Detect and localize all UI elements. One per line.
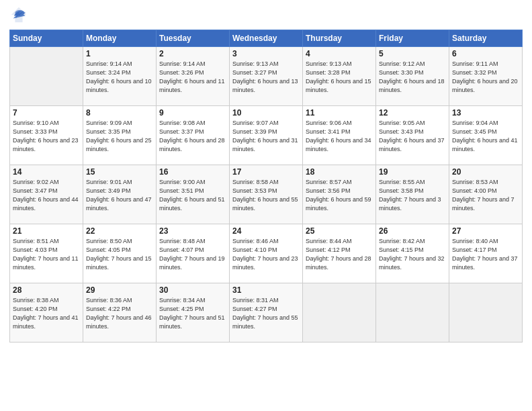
calendar-cell: 28Sunrise: 8:38 AMSunset: 4:20 PMDayligh… (10, 283, 83, 342)
day-number: 18 (306, 167, 373, 177)
weekday-header-monday: Monday (83, 30, 157, 47)
day-number: 7 (13, 108, 80, 118)
calendar-cell: 24Sunrise: 8:46 AMSunset: 4:10 PMDayligh… (230, 224, 303, 283)
day-info: Sunrise: 8:57 AMSunset: 3:56 PMDaylight:… (306, 178, 373, 213)
day-number: 8 (86, 108, 153, 118)
day-number: 3 (232, 49, 300, 58)
day-number: 6 (452, 49, 519, 58)
day-info: Sunrise: 9:14 AMSunset: 3:26 PMDaylight:… (159, 60, 226, 95)
day-info: Sunrise: 9:10 AMSunset: 3:33 PMDaylight:… (13, 119, 80, 154)
day-info: Sunrise: 9:07 AMSunset: 3:39 PMDaylight:… (232, 119, 300, 154)
header (9, 7, 523, 26)
day-info: Sunrise: 8:58 AMSunset: 3:53 PMDaylight:… (232, 178, 300, 213)
day-info: Sunrise: 9:09 AMSunset: 3:35 PMDaylight:… (86, 119, 153, 154)
calendar-cell (10, 47, 83, 106)
calendar-cell (376, 283, 449, 342)
day-info: Sunrise: 8:46 AMSunset: 4:10 PMDaylight:… (232, 237, 300, 272)
day-info: Sunrise: 9:12 AMSunset: 3:30 PMDaylight:… (379, 60, 446, 95)
day-info: Sunrise: 8:44 AMSunset: 4:12 PMDaylight:… (306, 237, 373, 272)
week-row-1: 1Sunrise: 9:14 AMSunset: 3:24 PMDaylight… (10, 47, 523, 106)
week-row-5: 28Sunrise: 8:38 AMSunset: 4:20 PMDayligh… (10, 283, 523, 342)
calendar-cell: 17Sunrise: 8:58 AMSunset: 3:53 PMDayligh… (230, 165, 303, 224)
calendar-cell: 6Sunrise: 9:11 AMSunset: 3:32 PMDaylight… (449, 47, 523, 106)
calendar-cell: 8Sunrise: 9:09 AMSunset: 3:35 PMDaylight… (83, 106, 157, 165)
weekday-header-sunday: Sunday (10, 30, 83, 47)
day-info: Sunrise: 9:13 AMSunset: 3:27 PMDaylight:… (232, 60, 300, 95)
day-number: 26 (379, 226, 446, 236)
calendar-cell: 7Sunrise: 9:10 AMSunset: 3:33 PMDaylight… (10, 106, 83, 165)
day-number: 28 (13, 285, 80, 295)
day-info: Sunrise: 9:00 AMSunset: 3:51 PMDaylight:… (159, 178, 226, 213)
calendar-cell: 18Sunrise: 8:57 AMSunset: 3:56 PMDayligh… (303, 165, 376, 224)
calendar-cell: 16Sunrise: 9:00 AMSunset: 3:51 PMDayligh… (157, 165, 230, 224)
day-number: 9 (159, 108, 226, 118)
calendar-cell: 12Sunrise: 9:05 AMSunset: 3:43 PMDayligh… (376, 106, 449, 165)
day-info: Sunrise: 8:55 AMSunset: 3:58 PMDaylight:… (379, 178, 446, 213)
calendar-cell: 25Sunrise: 8:44 AMSunset: 4:12 PMDayligh… (303, 224, 376, 283)
calendar-cell: 9Sunrise: 9:08 AMSunset: 3:37 PMDaylight… (157, 106, 230, 165)
day-number: 17 (232, 167, 300, 177)
day-info: Sunrise: 9:02 AMSunset: 3:47 PMDaylight:… (13, 178, 80, 213)
logo (9, 7, 31, 26)
weekday-header-thursday: Thursday (303, 30, 376, 47)
day-number: 11 (306, 108, 373, 118)
day-info: Sunrise: 9:13 AMSunset: 3:28 PMDaylight:… (306, 60, 373, 95)
week-row-2: 7Sunrise: 9:10 AMSunset: 3:33 PMDaylight… (10, 106, 523, 165)
weekday-header-friday: Friday (376, 30, 449, 47)
day-info: Sunrise: 9:01 AMSunset: 3:49 PMDaylight:… (86, 178, 153, 213)
calendar-cell (449, 283, 523, 342)
day-info: Sunrise: 9:04 AMSunset: 3:45 PMDaylight:… (452, 119, 519, 154)
calendar-cell: 19Sunrise: 8:55 AMSunset: 3:58 PMDayligh… (376, 165, 449, 224)
day-info: Sunrise: 9:14 AMSunset: 3:24 PMDaylight:… (86, 60, 153, 95)
calendar-cell: 4Sunrise: 9:13 AMSunset: 3:28 PMDaylight… (303, 47, 376, 106)
day-number: 4 (306, 49, 373, 58)
day-info: Sunrise: 8:50 AMSunset: 4:05 PMDaylight:… (86, 237, 153, 272)
calendar-table: SundayMondayTuesdayWednesdayThursdayFrid… (9, 30, 523, 342)
day-number: 25 (306, 226, 373, 236)
calendar-cell: 26Sunrise: 8:42 AMSunset: 4:15 PMDayligh… (376, 224, 449, 283)
day-number: 20 (452, 167, 519, 177)
day-info: Sunrise: 9:08 AMSunset: 3:37 PMDaylight:… (159, 119, 226, 154)
calendar-cell: 15Sunrise: 9:01 AMSunset: 3:49 PMDayligh… (83, 165, 157, 224)
day-number: 31 (232, 285, 300, 295)
week-row-4: 21Sunrise: 8:51 AMSunset: 4:03 PMDayligh… (10, 224, 523, 283)
day-number: 16 (159, 167, 226, 177)
calendar-cell: 21Sunrise: 8:51 AMSunset: 4:03 PMDayligh… (10, 224, 83, 283)
day-number: 5 (379, 49, 446, 58)
calendar-cell (303, 283, 376, 342)
day-info: Sunrise: 8:31 AMSunset: 4:27 PMDaylight:… (232, 296, 300, 331)
day-number: 15 (86, 167, 153, 177)
day-info: Sunrise: 8:38 AMSunset: 4:20 PMDaylight:… (13, 296, 80, 331)
calendar-cell: 20Sunrise: 8:53 AMSunset: 4:00 PMDayligh… (449, 165, 523, 224)
calendar-cell: 22Sunrise: 8:50 AMSunset: 4:05 PMDayligh… (83, 224, 157, 283)
day-info: Sunrise: 8:36 AMSunset: 4:22 PMDaylight:… (86, 296, 153, 331)
day-info: Sunrise: 9:11 AMSunset: 3:32 PMDaylight:… (452, 60, 519, 95)
calendar-cell: 31Sunrise: 8:31 AMSunset: 4:27 PMDayligh… (230, 283, 303, 342)
day-number: 30 (159, 285, 226, 295)
day-number: 14 (13, 167, 80, 177)
calendar-cell: 23Sunrise: 8:48 AMSunset: 4:07 PMDayligh… (157, 224, 230, 283)
day-number: 21 (13, 226, 80, 236)
calendar-cell: 14Sunrise: 9:02 AMSunset: 3:47 PMDayligh… (10, 165, 83, 224)
day-info: Sunrise: 8:42 AMSunset: 4:15 PMDaylight:… (379, 237, 446, 272)
page: SundayMondayTuesdayWednesdayThursdayFrid… (0, 0, 532, 411)
calendar-cell: 29Sunrise: 8:36 AMSunset: 4:22 PMDayligh… (83, 283, 157, 342)
calendar-cell: 27Sunrise: 8:40 AMSunset: 4:17 PMDayligh… (449, 224, 523, 283)
weekday-header-row: SundayMondayTuesdayWednesdayThursdayFrid… (10, 30, 523, 47)
day-number: 29 (86, 285, 153, 295)
day-number: 22 (86, 226, 153, 236)
weekday-header-saturday: Saturday (449, 30, 523, 47)
day-info: Sunrise: 8:34 AMSunset: 4:25 PMDaylight:… (159, 296, 226, 331)
weekday-header-wednesday: Wednesday (230, 30, 303, 47)
day-number: 10 (232, 108, 300, 118)
day-number: 13 (452, 108, 519, 118)
day-number: 24 (232, 226, 300, 236)
calendar-cell: 5Sunrise: 9:12 AMSunset: 3:30 PMDaylight… (376, 47, 449, 106)
calendar-cell: 13Sunrise: 9:04 AMSunset: 3:45 PMDayligh… (449, 106, 523, 165)
calendar-cell: 30Sunrise: 8:34 AMSunset: 4:25 PMDayligh… (157, 283, 230, 342)
day-info: Sunrise: 9:05 AMSunset: 3:43 PMDaylight:… (379, 119, 446, 154)
day-number: 19 (379, 167, 446, 177)
calendar-cell: 3Sunrise: 9:13 AMSunset: 3:27 PMDaylight… (230, 47, 303, 106)
day-info: Sunrise: 8:40 AMSunset: 4:17 PMDaylight:… (452, 237, 519, 272)
calendar-cell: 11Sunrise: 9:06 AMSunset: 3:41 PMDayligh… (303, 106, 376, 165)
